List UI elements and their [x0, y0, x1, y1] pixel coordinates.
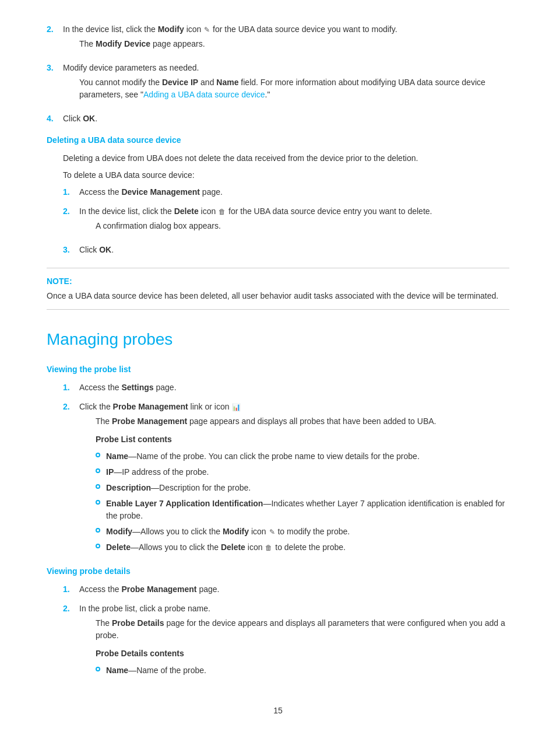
probe-icon: 📊: [232, 402, 241, 412]
step-content: In the device list, click the Delete ico…: [79, 205, 509, 237]
list-item: Name—Name of the probe.: [96, 664, 509, 677]
step-content: Access the Settings page.: [79, 382, 509, 394]
bullet-icon: [96, 453, 100, 457]
page-number: 15: [47, 705, 509, 717]
list-item: Description—Description for the probe.: [96, 482, 509, 494]
note-text: Once a UBA data source device has been d…: [47, 290, 509, 302]
step-content: In the probe list, click a probe name. T…: [79, 603, 509, 681]
step-content: Click OK.: [63, 113, 509, 125]
step-number: 3.: [63, 244, 79, 256]
probe-list-bullets: Name—Name of the probe. You can click th…: [96, 450, 509, 554]
step-4-modify: 4. Click OK.: [47, 113, 509, 125]
step-3-modify: 3. Modify device parameters as needed. Y…: [47, 62, 509, 106]
step-indent: The Probe Management page appears and di…: [96, 415, 509, 554]
step-number: 2.: [63, 401, 79, 413]
bullet-icon: [96, 544, 100, 548]
bullet-icon: [96, 484, 100, 489]
list-item: IP—IP address of the probe.: [96, 466, 509, 478]
step-number: 4.: [47, 113, 63, 125]
delete-step-1: 1. Access the Device Management page.: [63, 186, 509, 198]
probe-details-bullets: Name—Name of the probe.: [96, 664, 509, 677]
step-number: 3.: [47, 62, 63, 74]
step-number: 1.: [63, 583, 79, 596]
probe-details-step-1: 1. Access the Probe Management page.: [63, 583, 509, 596]
probe-list-step-2: 2. Click the Probe Management link or ic…: [63, 401, 509, 558]
step-number: 2.: [47, 23, 63, 36]
delete-intro1: Deleting a device from UBA does not dele…: [63, 152, 509, 164]
probe-list-step-1: 1. Access the Settings page.: [63, 382, 509, 394]
step-text: In the device list, click the Modify ico…: [63, 24, 397, 34]
delete-icon: 🗑: [219, 206, 226, 217]
modify-icon-small: ✎: [269, 527, 275, 537]
delete-section-heading: Deleting a UBA data source device: [47, 134, 509, 146]
step-number: 1.: [63, 186, 79, 198]
step-2-modify: 2. In the device list, click the Modify …: [47, 23, 509, 55]
step-content: Access the Device Management page.: [79, 186, 509, 198]
bullet-icon: [96, 667, 100, 671]
bullet-icon: [96, 468, 100, 473]
step-content: Modify device parameters as needed. You …: [63, 62, 509, 106]
probe-details-step-2: 2. In the probe list, click a probe name…: [63, 603, 509, 681]
uba-link[interactable]: Adding a UBA data source device: [143, 90, 265, 99]
probe-list-section: 1. Access the Settings page. 2. Click th…: [63, 382, 509, 558]
step-number: 2.: [63, 205, 79, 218]
list-item: Name—Name of the probe. You can click th…: [96, 450, 509, 463]
delete-intro2: To delete a UBA data source device:: [63, 169, 509, 181]
main-heading: Managing probes: [47, 327, 509, 352]
list-item: Enable Layer 7 Application Identificatio…: [96, 498, 509, 522]
delete-icon-small: 🗑: [265, 542, 272, 553]
probe-list-section-heading: Viewing the probe list: [47, 363, 509, 376]
note-box: NOTE: Once a UBA data source device has …: [47, 268, 509, 310]
step-number: 2.: [63, 603, 79, 615]
step-indent: The Probe Details page for the device ap…: [96, 617, 509, 677]
bullet-icon: [96, 528, 100, 533]
bullet-icon: [96, 500, 100, 505]
delete-section-content: Deleting a device from UBA does not dele…: [63, 152, 509, 256]
probe-details-section-heading: Viewing probe details: [47, 565, 509, 578]
list-item: Delete—Allows you to click the Delete ic…: [96, 541, 509, 554]
step-content: Click OK.: [79, 244, 509, 256]
step-content: In the device list, click the Modify ico…: [63, 23, 509, 55]
modify-icon: ✎: [204, 24, 210, 35]
delete-step-3: 3. Click OK.: [63, 244, 509, 256]
step-content: Click the Probe Management link or icon …: [79, 401, 509, 558]
note-label: NOTE:: [47, 275, 509, 288]
step-indent: You cannot modify the Device IP and Name…: [79, 76, 509, 101]
delete-step-2: 2. In the device list, click the Delete …: [63, 205, 509, 237]
probe-details-section: 1. Access the Probe Management page. 2. …: [63, 583, 509, 681]
list-item: Modify—Allows you to click the Modify ic…: [96, 526, 509, 538]
step-content: Access the Probe Management page.: [79, 583, 509, 596]
step-number: 1.: [63, 382, 79, 394]
step-indent: The Modify Device page appears.: [79, 38, 509, 50]
probe-details-contents-heading: Probe Details contents: [96, 648, 509, 660]
step-indent: A confirmation dialog box appears.: [96, 220, 509, 232]
probe-list-contents-heading: Probe List contents: [96, 433, 509, 446]
